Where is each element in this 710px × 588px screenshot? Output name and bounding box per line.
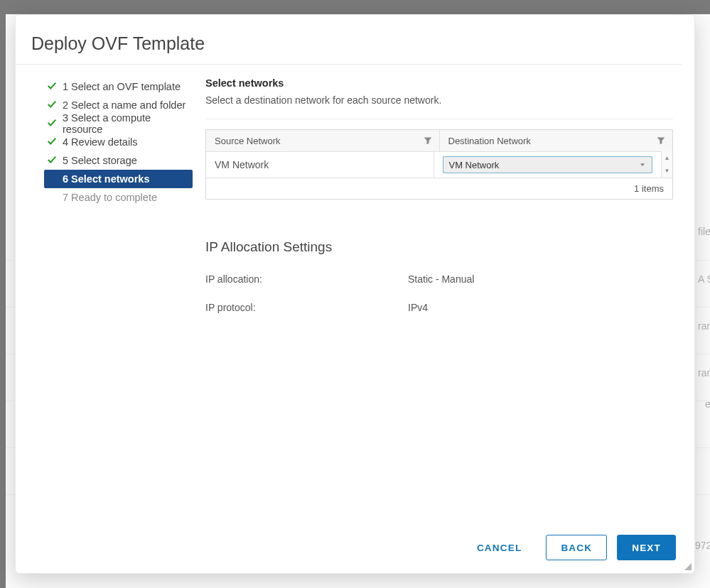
ip-protocol-label: IP protocol: [205, 302, 408, 313]
items-count: 1 items [634, 183, 664, 194]
table-header-row: Source Network Destination Network [206, 130, 672, 151]
ip-allocation-section: IP Allocation Settings IP allocation: St… [205, 239, 673, 313]
step-compute-resource[interactable]: 3 Select a compute resource [16, 114, 197, 133]
deploy-ovf-dialog: Deploy OVF Template 1 Select an OVF temp… [15, 14, 695, 574]
resize-grip-icon[interactable] [683, 562, 692, 570]
ip-protocol-value: IPv4 [408, 302, 428, 313]
step-label: 5 Select storage [63, 155, 137, 166]
section-title: Select networks [205, 77, 673, 89]
cell-source-network: VM Network [206, 152, 434, 178]
ip-protocol-row: IP protocol: IPv4 [205, 302, 673, 313]
table-scroll-arrows: ▲ ▼ [661, 151, 672, 178]
step-select-ovf[interactable]: 1 Select an OVF template [16, 77, 197, 96]
col-destination-network[interactable]: Destination Network [440, 130, 673, 151]
step-label: 6 Select networks [63, 173, 150, 185]
checkmark-icon [47, 81, 57, 91]
step-label: 3 Select a compute resource [63, 112, 187, 135]
checkmark-icon [47, 99, 57, 109]
checkmark-icon [47, 155, 57, 165]
scroll-up-icon[interactable]: ▲ [662, 151, 672, 165]
step-select-networks[interactable]: 6 Select networks [44, 170, 193, 188]
step-label: 1 Select an OVF template [63, 81, 181, 92]
cancel-button[interactable]: CANCEL [463, 535, 536, 560]
step-ready-complete: 7 Ready to complete [16, 188, 197, 207]
filter-icon[interactable] [424, 136, 432, 145]
step-select-storage[interactable]: 5 Select storage [16, 151, 197, 170]
destination-network-value: VM Network [449, 160, 500, 170]
col-source-network[interactable]: Source Network [206, 130, 440, 151]
table-row: VM Network VM Network [206, 151, 661, 178]
ip-allocation-value: Static - Manual [408, 273, 474, 285]
checkmark-icon [47, 136, 57, 146]
step-review-details[interactable]: 4 Review details [16, 133, 197, 151]
back-button[interactable]: BACK [546, 535, 607, 560]
next-button[interactable]: NEXT [617, 535, 676, 560]
ip-allocation-row: IP allocation: Static - Manual [205, 273, 673, 285]
ip-allocation-label: IP allocation: [205, 273, 408, 285]
destination-network-select[interactable]: VM Network [443, 156, 653, 173]
col-label: Source Network [215, 136, 280, 146]
networks-table: Source Network Destination Network VM Ne… [205, 129, 673, 200]
step-label: 2 Select a name and folder [63, 99, 185, 111]
cell-destination-network: VM Network [434, 152, 662, 178]
step-label: 4 Review details [63, 136, 138, 148]
col-label: Destination Network [448, 136, 531, 146]
filter-icon[interactable] [657, 136, 665, 145]
step-label: 7 Ready to complete [63, 192, 157, 203]
chevron-down-icon [639, 161, 646, 168]
source-network-value: VM Network [215, 159, 269, 170]
scroll-down-icon[interactable]: ▼ [662, 165, 672, 178]
content-area: Select networks Select a destination net… [197, 65, 694, 525]
wizard-steps: 1 Select an OVF template 2 Select a name… [16, 65, 197, 525]
section-desc: Select a destination network for each so… [205, 94, 673, 106]
table-footer: 1 items [206, 178, 672, 199]
checkmark-icon [47, 118, 57, 128]
ip-allocation-title: IP Allocation Settings [205, 239, 673, 255]
dialog-title: Deploy OVF Template [16, 15, 682, 65]
dialog-footer: CANCEL BACK NEXT [16, 525, 694, 573]
